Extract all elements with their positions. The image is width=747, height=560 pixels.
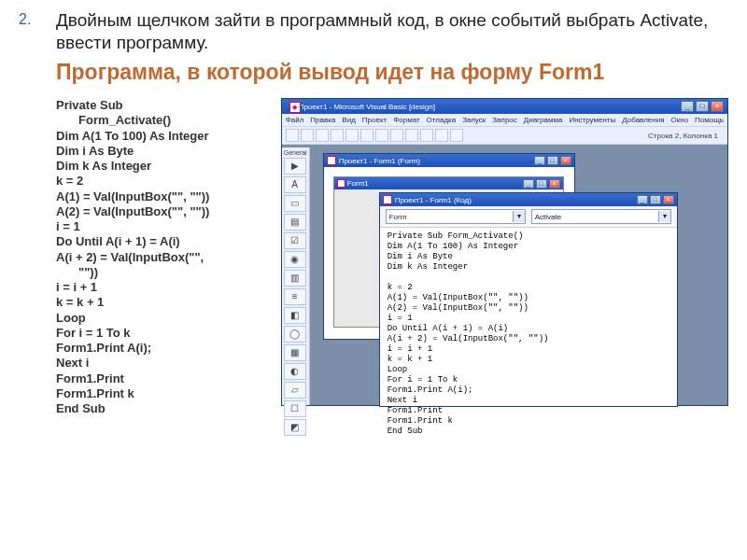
code-column: Private SubForm_Activate()Dim A(1 To 100… [56,98,264,416]
code-line: Do Until A(i + 1) = A(i) [56,234,264,249]
code-line: End Sub [56,401,264,416]
menu-item[interactable]: Запуск [462,116,486,124]
proc-combo-value: Activate [535,213,561,221]
minimize-button[interactable]: _ [681,101,694,112]
minimize-button[interactable]: _ [523,179,534,189]
code-line: Dim k As Integer [56,159,264,174]
toolbar-button[interactable] [375,129,388,142]
menu-item[interactable]: Окно [671,116,689,124]
code-window-title: Проект1 - Form1 (Код) [395,196,472,204]
tool-item[interactable]: ▱ [284,382,306,399]
minimize-button[interactable]: _ [637,195,648,204]
code-line: i = 1 [56,219,264,234]
intro-text: Двойным щелчком зайти в программный код,… [56,9,728,54]
tool-item[interactable]: ≡ [284,288,306,305]
maximize-button[interactable]: □ [536,179,547,189]
toolbar-button[interactable] [390,129,403,142]
toolbar-button[interactable] [450,129,463,142]
toolbar-button[interactable] [435,129,448,142]
toolbar-button[interactable] [360,129,374,142]
menu-item[interactable]: Проект [362,116,387,124]
toolbar-button[interactable] [301,129,314,142]
toolbar-button[interactable] [345,129,359,142]
ide-window: ◆ Проект1 - Microsoft Visual Basic [desi… [281,98,728,406]
close-button[interactable]: × [549,179,560,189]
code-line: Form1.Print k [56,386,264,401]
menu-item[interactable]: Добавления [622,116,664,124]
tool-item[interactable]: ▦ [284,344,306,361]
code-line: Loop [56,311,264,326]
close-button[interactable]: × [560,156,571,165]
list-number: 2. [19,11,31,28]
proc-combo[interactable]: Activate ▾ [531,209,671,224]
tool-item[interactable]: ☑ [284,232,306,249]
code-line: Next i [56,356,264,371]
object-combo-value: Form [389,213,407,221]
menu-item[interactable]: Диаграмма [524,116,563,124]
content-row: Private SubForm_Activate()Dim A(1 To 100… [56,98,728,416]
menu-item[interactable]: Помощь [695,116,724,124]
tool-item[interactable]: ◐ [284,363,306,380]
code-line: Form1.Print [56,371,264,386]
tool-item[interactable]: A [284,176,306,193]
menu-item[interactable]: Отладка [427,116,457,124]
maximize-button[interactable]: □ [696,101,709,112]
menu-item[interactable]: Файл [286,116,304,124]
code-line: k = 2 [56,174,264,189]
code-line: A(2) = Val(InputBox("", "")) [56,204,264,219]
tool-item[interactable]: ☐ [284,400,306,417]
code-line: A(1) = Val(InputBox("", "")) [56,189,264,204]
toolbox-header: General [284,149,307,156]
work-area: Проект1 - Form1 (Form) _ □ × [310,147,727,405]
minimize-button[interactable]: _ [534,156,545,165]
toolbar-button[interactable] [420,129,433,142]
tool-item[interactable]: ◩ [284,419,306,436]
menu-item[interactable]: Формат [393,116,419,124]
maximize-button[interactable]: □ [547,156,558,165]
code-line: Dim i As Byte [56,144,264,159]
toolbar-button[interactable] [316,129,329,142]
maximize-button[interactable]: □ [650,195,661,204]
code-line: Form1.Print A(i); [56,341,264,356]
code-line: Form_Activate() [56,113,264,128]
toolbar-button[interactable] [405,129,418,142]
status-position: Строка 2, Колонка 1 [642,132,724,140]
tool-item[interactable]: ◉ [284,251,306,268]
code-line: i = i + 1 [56,280,264,295]
code-line: "")) [56,265,264,280]
object-combo[interactable]: Form ▾ [386,209,526,224]
close-button[interactable]: × [711,101,724,112]
subtitle: Программа, в которой вывод идет на форму… [56,60,728,86]
ide-title: Проект1 - Microsoft Visual Basic [design… [299,103,435,111]
code-line: Private Sub [56,98,264,113]
menu-bar: ФайлПравкаВидПроектФорматОтладкаЗапускЗа… [282,114,727,126]
code-editor-window[interactable]: Проект1 - Form1 (Код) _ □ × Form [379,192,678,407]
toolbox: General ▶A▭▤☑◉▥≡◧◯▦◐▱☐◩ [282,147,310,405]
toolbar-button[interactable] [286,129,299,142]
toolbar: Строка 2, Колонка 1 [282,126,727,145]
slide: 2. Двойным щелчком зайти в программный к… [0,0,747,426]
toolbar-button[interactable] [331,129,344,142]
tool-item[interactable]: ▤ [284,214,306,231]
code-line: k = k + 1 [56,295,264,310]
chevron-down-icon: ▾ [513,211,525,222]
menu-item[interactable]: Вид [342,116,355,124]
menu-item[interactable]: Запрос [492,116,517,124]
code-line: For i = 1 To k [56,326,264,341]
menu-item[interactable]: Правка [310,116,335,124]
ide-titlebar: ◆ Проект1 - Microsoft Visual Basic [desi… [282,99,727,114]
mdi-area: General ▶A▭▤☑◉▥≡◧◯▦◐▱☐◩ Проект1 - Form1 … [282,147,727,405]
tool-item[interactable]: ▥ [284,270,306,287]
form-window-title: Проект1 - Form1 (Form) [339,157,420,165]
code-line: A(i + 2) = Val(InputBox("", [56,250,264,265]
tool-item[interactable]: ◧ [284,307,306,324]
tool-item[interactable]: ▭ [284,195,306,212]
code-editor-area[interactable]: Private Sub Form_Activate() Dim A(1 To 1… [380,228,677,440]
code-line: Dim A(1 To 100) As Integer [56,129,264,144]
form-caption: Form1 [347,179,369,188]
menu-item[interactable]: Инструменты [569,116,615,124]
tool-item[interactable]: ▶ [284,158,306,175]
tool-item[interactable]: ◯ [284,326,306,343]
close-button[interactable]: × [663,195,674,204]
vb-icon: ◆ [289,102,301,113]
